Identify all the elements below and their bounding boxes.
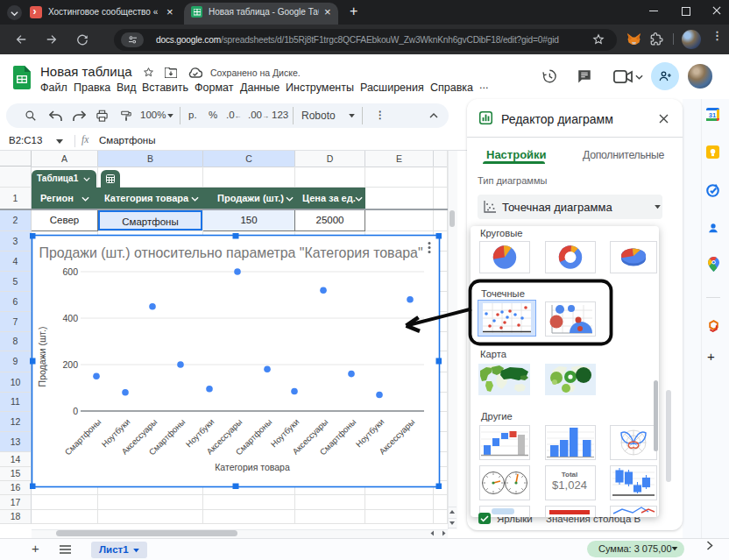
svg-text:600: 600	[62, 266, 78, 277]
svg-text:Категория товара: Категория товара	[215, 462, 290, 472]
svg-text:200: 200	[62, 359, 78, 370]
svg-text:31: 31	[709, 111, 716, 119]
svg-text:400: 400	[62, 313, 78, 323]
svg-text:Продажи (шт.): Продажи (шт.)	[37, 327, 47, 387]
svg-text:Продажи (шт.) относительно пар: Продажи (шт.) относительно параметра "Ка…	[39, 245, 422, 260]
svg-text:0: 0	[73, 406, 78, 416]
